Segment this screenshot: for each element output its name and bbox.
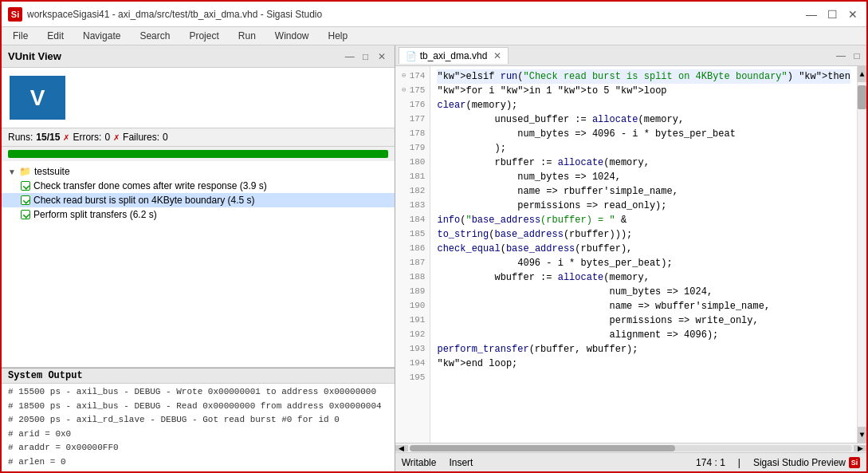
scroll-right-button[interactable]: ▶ — [854, 445, 866, 451]
code-line-184[interactable]: info("base_address(rbuffer) = " & — [437, 213, 850, 227]
editor-maximize-button[interactable]: □ — [850, 49, 863, 62]
close-button[interactable]: ✕ — [846, 7, 860, 22]
test-pass-icon-0 — [21, 181, 30, 191]
line-number-191: 191 — [400, 313, 426, 328]
code-line-180[interactable]: rbuffer := allocate(memory, — [437, 156, 850, 170]
scroll-up-button[interactable]: ▲ — [858, 66, 866, 82]
close-panel-button[interactable]: ✕ — [375, 50, 388, 63]
window-controls: — ☐ ✕ — [804, 7, 860, 22]
scroll-left-button[interactable]: ◀ — [395, 445, 408, 451]
restore-button[interactable]: ☐ — [825, 7, 839, 22]
errors-value: 0 — [104, 132, 110, 143]
code-line-195[interactable] — [437, 371, 850, 385]
tree-item-label-0: Check transfer done comes after write re… — [33, 180, 267, 191]
tab-close-icon[interactable]: ✕ — [493, 50, 501, 61]
sys-line-2: # 20500 ps - axil_rd_slave - DEBUG - Got… — [8, 413, 388, 428]
menu-navigate[interactable]: Navigate — [78, 29, 125, 43]
panel-controls: — □ ✕ — [344, 50, 388, 63]
line-number-187: 187 — [400, 256, 426, 270]
line-number-194: 194 — [400, 357, 426, 371]
editor-tab-vhd[interactable]: 📄 tb_axi_dma.vhd ✕ — [399, 47, 509, 64]
tree-item-2[interactable]: Perform split transfers (6.2 s) — [2, 207, 395, 222]
code-line-174[interactable]: "kw">elsif run("Check read burst is spli… — [437, 69, 850, 84]
code-line-183[interactable]: permissions => read_only); — [437, 199, 850, 213]
line-number-175: ⊖175 — [400, 84, 426, 98]
system-output-panel: System Output # 15500 ps - axil_bus - DE… — [2, 368, 395, 471]
code-content[interactable]: "kw">elsif run("Check read burst is spli… — [430, 66, 857, 443]
code-line-181[interactable]: num_bytes => 1024, — [437, 170, 850, 184]
sys-line-3: # arid = 0x0 — [8, 428, 388, 442]
editor-tab-bar: 📄 tb_axi_dma.vhd ✕ — □ — [395, 45, 866, 66]
errors-icon: ✗ — [63, 133, 69, 142]
menu-search[interactable]: Search — [135, 29, 175, 43]
line-number-185: 185 — [400, 227, 426, 242]
failures-value: 0 — [163, 132, 168, 143]
status-right: 174 : 1 | Sigasi Studio Preview Si — [696, 457, 860, 468]
errors-label: Errors: — [73, 132, 101, 143]
line-number-186: 186 — [400, 242, 426, 256]
tree-root[interactable]: ▼ 📁 testsuite — [2, 164, 395, 179]
file-icon: 📄 — [406, 51, 417, 61]
line-number-190: 190 — [400, 299, 426, 313]
fold-icon-174[interactable]: ⊖ — [400, 73, 408, 81]
maximize-panel-button[interactable]: □ — [359, 50, 372, 63]
progress-bar — [8, 150, 388, 158]
menu-window[interactable]: Window — [270, 29, 314, 43]
right-panel: 📄 tb_axi_dma.vhd ✕ — □ ⊖174⊖175176177178… — [395, 45, 866, 471]
code-line-185[interactable]: to_string(base_address(rbuffer))); — [437, 227, 850, 242]
line-number-180: 180 — [400, 156, 426, 170]
line-number-183: 183 — [400, 199, 426, 213]
line-number-195: 195 — [400, 371, 426, 385]
fold-icon-175[interactable]: ⊖ — [400, 87, 408, 95]
code-line-189[interactable]: num_bytes => 1024, — [437, 285, 850, 299]
code-line-194[interactable]: "kw">end loop; — [437, 357, 850, 371]
menu-run[interactable]: Run — [234, 29, 261, 43]
title-bar: Si workspaceSigasi41 - axi_dma/src/test/… — [2, 2, 866, 27]
insert-status: Insert — [449, 457, 473, 468]
code-line-177[interactable]: unused_buffer := allocate(memory, — [437, 112, 850, 127]
code-line-187[interactable]: 4096 - i * bytes_per_beat); — [437, 256, 850, 270]
scroll-track[interactable] — [858, 82, 866, 427]
code-line-182[interactable]: name => rbuffer'simple_name, — [437, 184, 850, 199]
editor-scrollbar-v[interactable]: ▲ ▼ — [857, 66, 866, 443]
code-line-178[interactable]: num_bytes => 4096 - i * bytes_per_beat — [437, 127, 850, 141]
vunit-panel-header: VUnit View — □ ✕ — [2, 45, 395, 68]
h-scroll-track[interactable] — [410, 445, 852, 451]
code-line-179[interactable]: ); — [437, 141, 850, 156]
line-number-181: 181 — [400, 170, 426, 184]
test-tree[interactable]: ▼ 📁 testsuite Check transfer done comes … — [2, 161, 395, 368]
line-number-177: 177 — [400, 112, 426, 127]
vunit-title-row: VUnit View — [8, 50, 61, 62]
code-line-175[interactable]: "kw">for i "kw">in 1 "kw">to 5 "kw">loop — [437, 84, 850, 98]
scroll-thumb[interactable] — [858, 85, 866, 109]
minimize-panel-button[interactable]: — — [344, 50, 356, 63]
minimize-button[interactable]: — — [804, 7, 819, 22]
h-scroll-thumb[interactable] — [410, 445, 675, 451]
code-line-188[interactable]: wbuffer := allocate(memory, — [437, 270, 850, 285]
editor-tab-label: tb_axi_dma.vhd — [420, 50, 488, 61]
code-line-193[interactable]: perform_transfer(rbuffer, wbuffer); — [437, 342, 850, 357]
code-line-176[interactable]: clear(memory); — [437, 98, 850, 112]
tree-item-0[interactable]: Check transfer done comes after write re… — [2, 179, 395, 193]
code-line-191[interactable]: permissions => write_only, — [437, 313, 850, 328]
scroll-down-button[interactable]: ▼ — [858, 427, 866, 443]
line-number-184: 184 — [400, 213, 426, 227]
line-numbers: ⊖174⊖17517617717817918018118218318418518… — [395, 66, 431, 443]
menu-edit[interactable]: Edit — [42, 29, 69, 43]
stats-bar: Runs: 15/15 ✗ Errors: 0 ✗ Failures: 0 — [2, 128, 395, 147]
window-title: workspaceSigasi41 - axi_dma/src/test/tb_… — [27, 9, 322, 20]
code-line-186[interactable]: check_equal(base_address(rbuffer), — [437, 242, 850, 256]
menu-help[interactable]: Help — [324, 29, 353, 43]
code-line-192[interactable]: alignment => 4096); — [437, 328, 850, 342]
line-number-188: 188 — [400, 270, 426, 285]
tree-item-1[interactable]: Check read burst is split on 4KByte boun… — [2, 193, 395, 207]
menu-file[interactable]: File — [8, 29, 33, 43]
editor-minimize-button[interactable]: — — [835, 49, 847, 62]
editor-area[interactable]: ⊖174⊖17517617717817918018118218318418518… — [395, 66, 866, 443]
editor-scrollbar-h[interactable]: ◀ ▶ — [395, 443, 866, 452]
vunit-logo-area: V — [2, 68, 395, 128]
left-panel: VUnit View — □ ✕ V Runs: 15/15 ✗ Errors: — [2, 45, 395, 471]
code-line-190[interactable]: name => wbuffer'simple_name, — [437, 299, 850, 313]
menu-project[interactable]: Project — [184, 29, 223, 43]
editor-tab-controls: — □ — [835, 49, 863, 62]
